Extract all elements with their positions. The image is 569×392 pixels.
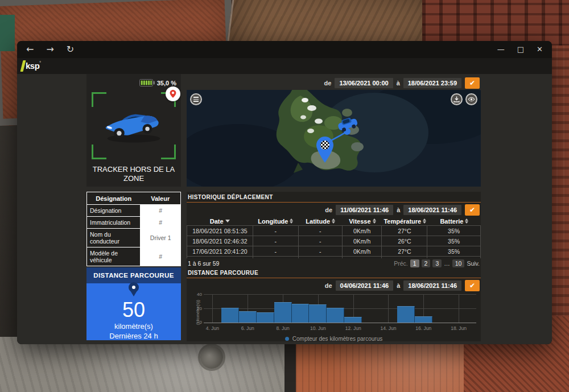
- history-row[interactable]: 17/06/2021 20:41:20--0Km/h27°C35%: [187, 246, 480, 257]
- info-row-label: Immatriculation: [87, 217, 140, 228]
- history-column-label: Longitude: [258, 218, 288, 225]
- history-table-body: 18/06/2021 08:51:35--0Km/h27°C35%18/06/2…: [187, 225, 481, 258]
- chart-xtick-label: 16. Jun: [415, 325, 431, 331]
- info-table-row: Nom du conducteurDriver 1: [87, 229, 180, 247]
- history-column-label: Batterie: [440, 218, 463, 225]
- history-column-header[interactable]: Batterie: [428, 217, 481, 225]
- forward-button[interactable]: →: [46, 41, 53, 58]
- distance-card-title: DISTANCE PARCOURUE: [86, 267, 181, 283]
- apply-date-button[interactable]: ✔: [465, 204, 480, 216]
- history-panel: HISTORIQUE DÉPLACEMENT de 11/06/2021 11:…: [187, 192, 481, 265]
- history-cell: 27°C: [382, 226, 427, 236]
- pagination-prev[interactable]: Préc.: [394, 260, 408, 267]
- car-icon: [98, 106, 169, 146]
- photo-green-roof-left: [0, 15, 15, 51]
- distance-chart-panel: DISTANCE PARCOURUE de 04/06/2021 11:46 à…: [187, 267, 481, 341]
- info-row-value: #: [140, 205, 180, 216]
- back-button[interactable]: ←: [26, 41, 34, 58]
- info-row-value: #: [140, 247, 180, 266]
- info-row-value: Driver 1: [140, 229, 180, 247]
- date-from-field[interactable]: 11/06/2021 11:46: [336, 205, 393, 215]
- legend-label: Compteur des kilomètres parcourus: [292, 336, 382, 342]
- date-from-label: de: [325, 207, 332, 213]
- history-cell: -: [253, 246, 299, 256]
- history-column-header[interactable]: Latitude: [298, 217, 343, 225]
- chart-xtick-label: 8. Jun: [276, 325, 289, 331]
- history-column-header[interactable]: Date: [187, 217, 253, 225]
- history-row[interactable]: 18/06/2021 08:51:35--0Km/h27°C35%: [187, 226, 480, 236]
- chart-bar[interactable]: [344, 317, 362, 323]
- history-cell: 27°C: [382, 246, 427, 256]
- checkmark-icon: ✔: [469, 79, 475, 87]
- chart-bar[interactable]: [257, 312, 274, 323]
- chart-legend[interactable]: Compteur des kilomètres parcourus: [187, 335, 481, 343]
- pagination-page[interactable]: 3: [432, 259, 442, 267]
- chart-vgridline: [388, 295, 389, 323]
- chart-ytick-label: 20: [193, 306, 202, 311]
- destination-pin-icon[interactable]: [314, 135, 336, 164]
- history-cell: 0Km/h: [343, 236, 382, 246]
- close-icon: ✕: [537, 45, 543, 53]
- tracker-status-text: TRACKER HORS DE LA ZONE: [86, 165, 181, 184]
- history-table-header: DateLongitudeLatitudeVitesseTempératureB…: [187, 217, 481, 225]
- map[interactable]: [187, 90, 481, 187]
- history-row[interactable]: 18/06/2021 02:46:32--0Km/h26°C35%: [187, 236, 480, 246]
- history-cell: 0Km/h: [343, 246, 382, 256]
- info-table-row: Modèle de véhicule#: [87, 247, 180, 266]
- window-titlebar: ← → ↻ — □ ✕: [17, 41, 552, 58]
- sort-icon: [290, 218, 293, 224]
- vehicle-illustration: [98, 106, 169, 148]
- sort-icon: [423, 218, 426, 224]
- info-table-body: Désignation#Immatriculation#Nom du condu…: [87, 205, 180, 266]
- history-column-header[interactable]: Longitude: [253, 217, 298, 225]
- chart-vgridline: [212, 295, 213, 323]
- history-column-header[interactable]: Vitesse: [343, 217, 382, 225]
- maximize-button[interactable]: □: [517, 41, 524, 58]
- date-from-field[interactable]: 13/06/2021 00:00: [335, 78, 393, 88]
- chart-bar[interactable]: [415, 316, 432, 323]
- chart-bar[interactable]: [327, 308, 344, 323]
- date-to-field[interactable]: 18/06/2021 23:59: [403, 78, 461, 88]
- visibility-button[interactable]: [465, 93, 477, 105]
- pagination-page[interactable]: 2: [422, 259, 431, 267]
- photo-plaza-bottomleft: [0, 337, 310, 392]
- download-button[interactable]: [451, 93, 463, 105]
- distance-summary-card: DISTANCE PARCOURUE 50 kilomètre(s) Derni…: [86, 267, 181, 340]
- chart-bar[interactable]: [274, 302, 292, 323]
- date-to-field[interactable]: 18/06/2021 11:46: [403, 280, 461, 291]
- chart-plot: 02040: [204, 295, 476, 323]
- history-cell: 18/06/2021 08:51:35: [187, 226, 253, 236]
- download-icon: [453, 96, 460, 102]
- history-cell: 0Km/h: [343, 226, 382, 236]
- distance-value: 50: [122, 299, 145, 321]
- close-button[interactable]: ✕: [537, 41, 543, 58]
- map-date-filter: de 13/06/2021 00:00 à 18/06/2021 23:59 ✔: [187, 76, 481, 90]
- date-from-field[interactable]: 04/06/2021 11:46: [336, 280, 394, 291]
- pagination-page[interactable]: 10: [452, 259, 465, 267]
- minimize-button[interactable]: —: [497, 41, 505, 58]
- history-cell: 26°C: [382, 236, 427, 246]
- map-menu-button[interactable]: [190, 93, 202, 105]
- pagination-page[interactable]: 1: [410, 259, 419, 267]
- info-col-designation: Désignation: [87, 192, 140, 204]
- apply-date-button[interactable]: ✔: [465, 280, 480, 291]
- chart-xtick-label: 14. Jun: [381, 325, 397, 331]
- vehicle-marker-icon[interactable]: [336, 116, 361, 135]
- history-cell: 18/06/2021 02:46:32: [187, 236, 253, 246]
- date-to-label: à: [397, 80, 400, 86]
- chart-bar[interactable]: [221, 308, 239, 323]
- apply-date-button[interactable]: ✔: [465, 77, 480, 89]
- refresh-button[interactable]: ↻: [67, 41, 74, 58]
- chart-bar[interactable]: [292, 304, 310, 323]
- pagination-bar: 1 à 6 sur 59 Préc. 123…10 Suiv.: [187, 258, 481, 268]
- pagination-next[interactable]: Suiv.: [467, 260, 480, 267]
- history-column-header[interactable]: Température: [382, 217, 428, 225]
- date-to-field[interactable]: 18/06/2021 11:46: [403, 205, 461, 215]
- chart-bar[interactable]: [397, 306, 415, 323]
- chart-ytick-label: 0: [193, 320, 202, 325]
- date-from-label: de: [325, 282, 332, 289]
- pagination-summary: 1 à 6 sur 59: [188, 260, 219, 267]
- date-from-label: de: [324, 80, 332, 86]
- chart-bar[interactable]: [309, 304, 327, 323]
- chart-bar[interactable]: [239, 311, 257, 323]
